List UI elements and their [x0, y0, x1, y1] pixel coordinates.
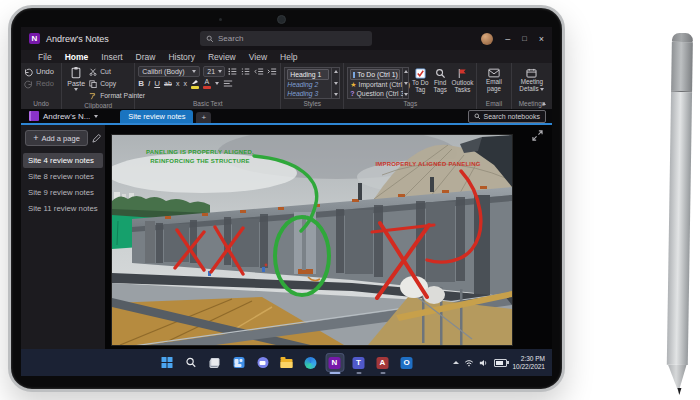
styles-scroll-buttons[interactable]	[332, 67, 340, 99]
increase-indent-button[interactable]	[267, 67, 277, 76]
notebook-selector[interactable]: Andrew's N...	[21, 111, 106, 123]
menu-item-draw[interactable]: Draw	[136, 51, 156, 63]
construction-site-photo[interactable]: PANELING IS PROPERLY ALIGNED, REINFORCIN…	[112, 135, 512, 345]
highlight-button[interactable]	[191, 79, 199, 89]
front-camera	[277, 15, 286, 24]
strikethrough-button[interactable]: ab	[164, 80, 172, 87]
font-color-button[interactable]: A	[203, 79, 211, 89]
tag-question[interactable]: ?Question (Ctrl 3)	[350, 89, 400, 98]
outlook-icon: O	[401, 357, 413, 369]
ribbon-group-email: Email page Email	[477, 63, 511, 109]
redo-icon	[24, 80, 33, 89]
bullet-list-button[interactable]	[228, 67, 238, 76]
add-page-button[interactable]: +Add a page	[25, 130, 88, 146]
green-note-line2: REINFORCING THE STRUCTURE	[150, 158, 249, 164]
group-label-undo: Undo	[24, 99, 58, 109]
outlook-tasks-button[interactable]: Outlook Tasks	[452, 68, 474, 93]
subscript-button[interactable]: x	[176, 80, 180, 87]
widgets-button[interactable]	[229, 353, 248, 372]
italic-button[interactable]: I	[148, 79, 150, 88]
notebook-navbar: Andrew's N... Site review notes + Search…	[21, 109, 552, 123]
menu-item-file[interactable]: File	[38, 51, 52, 63]
paragraph-align-button[interactable]	[223, 79, 233, 88]
page-item-site-11[interactable]: Site 11 review notes	[21, 201, 105, 216]
notebook-icon	[29, 111, 39, 121]
chat-button[interactable]	[253, 353, 272, 372]
taskbar-clock[interactable]: 2:30 PM 10/22/2021	[512, 355, 545, 370]
menu-item-view[interactable]: View	[249, 51, 267, 63]
pen-nib	[677, 388, 681, 395]
tray-time: 2:30 PM	[512, 355, 545, 363]
tags-scroll-buttons[interactable]	[403, 67, 409, 99]
file-explorer-button[interactable]	[277, 353, 296, 372]
style-heading-2[interactable]: Heading 2	[287, 80, 329, 89]
style-heading-1[interactable]: Heading 1	[287, 69, 329, 80]
tablet-screen: N Andrew's Notes Search – □ × File Home …	[21, 27, 552, 376]
menu-item-home[interactable]: Home	[65, 51, 89, 63]
paste-icon	[70, 66, 82, 79]
search-notebooks-box[interactable]: Search notebooks	[468, 110, 546, 123]
font-size-select[interactable]: 21	[203, 66, 225, 77]
start-button[interactable]	[157, 353, 176, 372]
font-name-select[interactable]: Calibri (Body)	[138, 66, 200, 77]
outlook-button[interactable]: O	[397, 353, 416, 372]
flag-icon	[457, 68, 468, 79]
taskbar-search-button[interactable]	[181, 353, 200, 372]
paste-button[interactable]: Paste	[67, 66, 85, 91]
windows-logo-icon	[161, 357, 172, 368]
edge-button[interactable]	[301, 353, 320, 372]
menu-item-help[interactable]: Help	[280, 51, 297, 63]
access-icon: A	[377, 357, 389, 369]
todo-tag-button[interactable]: To Do Tag	[412, 68, 429, 93]
title-search-box[interactable]: Search	[200, 31, 372, 46]
folder-icon	[281, 359, 293, 368]
undo-button[interactable]: Undo	[24, 67, 54, 77]
menu-item-history[interactable]: History	[168, 51, 194, 63]
ribbon-tabs: File Home Insert Draw History Review Vie…	[21, 50, 552, 63]
tag-todo[interactable]: To Do (Ctrl 1)	[350, 69, 400, 80]
email-page-button[interactable]: Email page	[481, 68, 507, 92]
close-button[interactable]: ×	[539, 34, 544, 44]
light-sensor	[219, 18, 222, 21]
numbered-list-button[interactable]	[241, 67, 251, 76]
page-canvas[interactable]: PANELING IS PROPERLY ALIGNED, REINFORCIN…	[105, 125, 552, 349]
underline-button[interactable]: U	[154, 79, 160, 88]
tray-date: 10/22/2021	[512, 363, 545, 371]
page-item-site-9[interactable]: Site 9 review notes	[21, 185, 105, 200]
page-item-site-4[interactable]: Site 4 review notes	[23, 153, 103, 168]
add-section-button[interactable]: +	[196, 112, 211, 123]
minimize-button[interactable]: –	[505, 34, 510, 44]
compose-pencil-icon[interactable]	[92, 134, 101, 143]
system-tray[interactable]: 2:30 PM 10/22/2021	[453, 355, 552, 370]
tag-important[interactable]: ★Important (Ctrl 2)	[350, 80, 400, 89]
page-list-sidebar: +Add a page Site 4 review notes Site 8 r…	[21, 125, 105, 349]
redo-button[interactable]: Redo	[24, 79, 54, 89]
style-heading-3[interactable]: Heading 3	[287, 89, 329, 98]
todo-checkbox-icon	[353, 72, 355, 78]
collapse-ribbon-icon[interactable]	[542, 102, 546, 105]
find-tags-button[interactable]: Find Tags	[432, 68, 449, 93]
superscript-button[interactable]: x	[183, 80, 187, 87]
tray-overflow-icon[interactable]	[453, 361, 459, 364]
titlebar: N Andrew's Notes Search – □ ×	[21, 27, 552, 50]
bold-button[interactable]: B	[138, 79, 144, 88]
onenote-taskbar-button[interactable]: N	[325, 353, 344, 372]
paste-dropdown-icon	[74, 88, 78, 91]
access-button[interactable]: A	[373, 353, 392, 372]
calendar-icon	[526, 68, 537, 78]
decrease-indent-button[interactable]	[254, 67, 264, 76]
task-view-button[interactable]	[205, 353, 224, 372]
fullscreen-expand-icon[interactable]	[532, 130, 543, 141]
meeting-details-button[interactable]: Meeting Details	[515, 68, 549, 92]
teams-button[interactable]: T	[349, 353, 368, 372]
format-painter-icon	[89, 92, 97, 100]
group-label-basic-text: Basic Text	[138, 99, 277, 109]
maximize-button[interactable]: □	[522, 34, 527, 43]
menu-item-insert[interactable]: Insert	[101, 51, 122, 63]
page-item-site-8[interactable]: Site 8 review notes	[21, 169, 105, 184]
menu-item-review[interactable]: Review	[208, 51, 236, 63]
widgets-icon	[233, 357, 244, 368]
section-tab-site-review-notes[interactable]: Site review notes	[120, 110, 193, 123]
pen-cap-band	[671, 42, 693, 92]
account-avatar[interactable]	[481, 33, 493, 45]
